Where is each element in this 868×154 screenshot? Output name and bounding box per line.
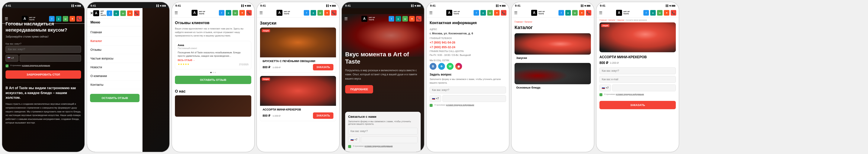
question-text: Заполните форму и мы свяжемся с вами, чт… — [430, 78, 506, 85]
about-title-1: В Art of Taste мы видим гастрономию как … — [5, 86, 81, 100]
phone1[interactable]: +7 (800) 941-54-26 — [430, 41, 506, 44]
question-phone-input[interactable] — [442, 95, 506, 102]
hamburger-icon[interactable]: ☰ — [5, 17, 8, 21]
ig-icon-8[interactable]: ✦ — [664, 10, 670, 16]
whatsapp-icon[interactable]: w — [63, 16, 68, 22]
phone-icon-7[interactable]: 📞 — [586, 10, 591, 16]
phone-icon-5[interactable]: 📞 — [416, 16, 422, 22]
menu-fb-icon[interactable]: f — [107, 10, 112, 16]
telegram-social[interactable]: ✈ — [438, 63, 445, 70]
order-btn-2[interactable]: ЗАКАЗАТЬ — [313, 113, 334, 119]
question-name-input[interactable] — [430, 87, 506, 93]
fb-icon-7[interactable]: f — [558, 10, 564, 16]
dot-3[interactable] — [215, 72, 216, 73]
hamburger-5[interactable]: ☰ — [344, 17, 348, 21]
order-submit-btn[interactable]: ЗАКАЗАТЬ — [599, 101, 676, 109]
vk-icon[interactable]: в — [56, 16, 61, 22]
category-main[interactable]: Основные блюда — [515, 63, 591, 89]
vk-icon-3[interactable]: в — [226, 10, 231, 16]
wa-icon-5[interactable]: w — [402, 16, 408, 22]
phone-icon-8[interactable]: 📞 — [671, 10, 676, 16]
ig-icon-4[interactable]: ✦ — [324, 10, 330, 16]
menu-logo-letter: A — [93, 10, 99, 16]
phone-icon-1[interactable]: 📞 — [76, 16, 82, 22]
order-phone-input[interactable] — [612, 85, 676, 91]
category-appetizers[interactable]: Закуски — [515, 33, 591, 60]
menu-item-faq[interactable]: Частые вопросы — [87, 54, 143, 63]
close-menu-btn[interactable]: ✕ — [90, 11, 93, 16]
hamburger-8[interactable]: ☰ — [599, 10, 602, 15]
menu-item-catalog[interactable]: Каталог — [87, 37, 143, 45]
book-table-btn[interactable]: ЗАБРОНИРОВАТЬ СТОЛ — [5, 70, 81, 79]
vk-icon-6[interactable]: в — [480, 10, 486, 16]
menu-ig-icon[interactable]: ✦ — [127, 10, 133, 16]
ig-icon-6[interactable]: ✦ — [494, 10, 500, 16]
fb-icon-4[interactable]: f — [304, 10, 309, 16]
menu-wa-icon[interactable]: w — [120, 10, 126, 16]
menu-item-news[interactable]: Новости — [87, 63, 143, 72]
wa-icon-8[interactable]: w — [657, 10, 662, 16]
wa-icon-4[interactable]: w — [317, 10, 323, 16]
menu-item-contacts[interactable]: Контакты — [87, 81, 143, 89]
vk-icon-4[interactable]: в — [311, 10, 316, 16]
menu-item-about[interactable]: О компании — [87, 72, 143, 81]
facebook-icon[interactable]: f — [49, 16, 55, 22]
hamburger-4[interactable]: ☰ — [259, 10, 263, 15]
menu-vk-icon[interactable]: в — [114, 10, 119, 16]
menu-item-reviews[interactable]: Отзывы — [87, 45, 143, 54]
ig-icon-5[interactable]: ✦ — [409, 16, 415, 22]
flag-select-1[interactable]: 🇷🇺 +7 — [5, 55, 18, 62]
leave-review-btn-3[interactable]: ОСТАВИТЬ ОТЗЫВ — [175, 76, 251, 84]
flag-select-5[interactable]: 🇷🇺 +7 — [348, 136, 360, 143]
order-email-input[interactable] — [599, 76, 676, 83]
checkbox-5[interactable] — [348, 145, 351, 148]
phone-icon-4[interactable]: 📞 — [331, 10, 337, 16]
hamburger-7[interactable]: ☰ — [514, 10, 518, 15]
phone-icon-3[interactable]: 📞 — [246, 10, 252, 16]
phone-icon-6[interactable]: 📞 — [501, 10, 506, 16]
fb-icon-3[interactable]: f — [219, 10, 224, 16]
instagram-icon[interactable]: ✦ — [69, 16, 75, 22]
phone2[interactable]: +7 (800) 855-32-24 — [430, 45, 506, 49]
hamburger-3[interactable]: ☰ — [175, 10, 178, 15]
order-checkbox: Я принимаю условия передачи информации — [599, 93, 676, 96]
menu-phone-icon[interactable]: 📞 — [134, 10, 140, 16]
ig-icon-7[interactable]: ✦ — [579, 10, 585, 16]
dot-1[interactable] — [210, 72, 212, 73]
review-link[interactable]: ВЕСЬ ОТЗЫВ → — [178, 59, 249, 61]
leave-review-btn-2[interactable]: ОСТАВИТЬ ОТЗЫВ — [90, 94, 140, 102]
phone-input-5[interactable] — [361, 136, 418, 143]
instagram-social[interactable]: ◉ — [455, 63, 462, 70]
checkbox-8[interactable] — [599, 93, 602, 96]
name-input-1[interactable] — [5, 46, 81, 53]
contact-name-5[interactable] — [348, 128, 418, 134]
checkbox-6[interactable] — [430, 104, 433, 107]
vk-social[interactable]: В — [430, 63, 436, 70]
flag-select-6[interactable]: 🇷🇺 +7 — [430, 95, 441, 102]
wa-icon-7[interactable]: w — [572, 10, 578, 16]
ig-icon-3[interactable]: ✦ — [239, 10, 245, 16]
fb-icon-5[interactable]: f — [389, 16, 394, 22]
category-name-appetizers: Закуски — [515, 56, 591, 60]
order-btn-1[interactable]: ЗАКАЗАТЬ — [313, 64, 334, 70]
dot-2[interactable] — [213, 72, 214, 73]
checkbox-1[interactable]: ✓ — [5, 64, 8, 67]
vk-icon-7[interactable]: в — [565, 10, 571, 16]
hamburger-6[interactable]: ☰ — [429, 10, 433, 15]
fb-icon-6[interactable]: f — [473, 10, 479, 16]
wa-icon-6[interactable]: w — [487, 10, 493, 16]
status-icons-6: ▐▐◀▮▮▮ — [495, 4, 505, 7]
vk-icon-5[interactable]: в — [396, 16, 401, 22]
phone-input-1[interactable] — [20, 55, 81, 62]
whatsapp-social[interactable]: W — [447, 63, 454, 70]
order-name-input[interactable] — [599, 67, 676, 74]
product-price-row-2: 800 ₽ 1 200 ₽ ЗАКАЗАТЬ — [262, 113, 334, 119]
menu-header: ✕ A ART OF TASTE f в w ✦ 📞 — [87, 8, 143, 19]
wa-icon-3[interactable]: w — [232, 10, 238, 16]
review-footer: ★★★★★ 27/2/2025 — [178, 63, 249, 66]
fb-icon-8[interactable]: f — [643, 10, 649, 16]
more-btn-5[interactable]: ПОДРОБНЕЕ — [345, 85, 373, 93]
flag-select-8[interactable]: 🇷🇺 +7 — [599, 85, 611, 91]
vk-icon-8[interactable]: в — [650, 10, 656, 16]
menu-item-home[interactable]: Главная — [87, 28, 143, 37]
